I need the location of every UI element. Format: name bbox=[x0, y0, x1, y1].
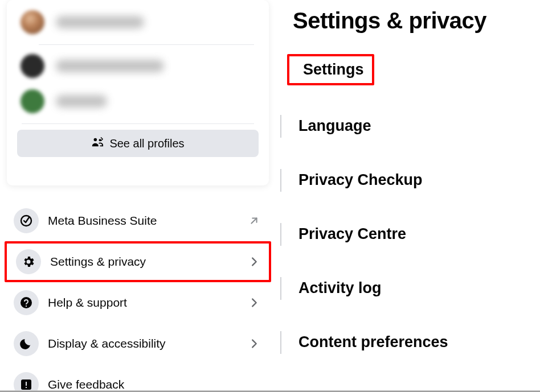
setting-item-language[interactable]: Language bbox=[285, 113, 379, 139]
chevron-right-icon bbox=[246, 254, 262, 270]
setting-item-privacy-checkup[interactable]: Privacy Checkup bbox=[285, 167, 431, 193]
svg-point-0 bbox=[94, 138, 97, 141]
setting-item-activity-log[interactable]: Activity log bbox=[285, 275, 390, 302]
profiles-icon bbox=[91, 136, 109, 151]
see-all-profiles-button[interactable]: See all profiles bbox=[17, 130, 259, 157]
divider-mark bbox=[280, 331, 281, 354]
divider-mark bbox=[280, 223, 281, 246]
divider-mark bbox=[280, 169, 281, 192]
page-title: Settings & privacy bbox=[293, 8, 540, 34]
avatar bbox=[21, 89, 44, 113]
setting-item-privacy-centre[interactable]: Privacy Centre bbox=[285, 221, 414, 247]
feedback-icon bbox=[14, 372, 39, 392]
avatar bbox=[21, 54, 44, 78]
menu-label: Settings & privacy bbox=[50, 255, 246, 269]
setting-label: Content preferences bbox=[298, 333, 448, 350]
setting-label: Privacy Checkup bbox=[298, 171, 423, 188]
divider-mark bbox=[280, 277, 281, 300]
setting-label: Privacy Centre bbox=[298, 225, 406, 242]
setting-item-settings[interactable]: Settings bbox=[287, 54, 374, 85]
meta-business-icon bbox=[14, 208, 39, 233]
menu-label: Help & support bbox=[48, 296, 246, 310]
profile-row-primary[interactable] bbox=[7, 5, 269, 40]
menu-item-help-support[interactable]: Help & support bbox=[7, 286, 269, 320]
menu-label: Meta Business Suite bbox=[48, 214, 246, 228]
setting-label: Settings bbox=[303, 61, 364, 78]
menu-item-settings-privacy[interactable]: Settings & privacy bbox=[5, 241, 271, 282]
menu-label: Display & accessibility bbox=[48, 337, 246, 350]
gear-icon bbox=[16, 249, 41, 274]
profile-name-redacted bbox=[56, 16, 144, 28]
left-pane: See all profiles Meta Business Suite Set… bbox=[0, 0, 273, 392]
profile-name-redacted bbox=[56, 60, 164, 72]
setting-item-content-preferences[interactable]: Content preferences bbox=[285, 329, 456, 356]
svg-rect-5 bbox=[26, 382, 27, 386]
right-pane: Settings & privacy Settings Language Pri… bbox=[285, 0, 540, 392]
menu-item-display-accessibility[interactable]: Display & accessibility bbox=[7, 327, 269, 361]
chevron-right-icon bbox=[246, 336, 262, 352]
menu-item-meta-business[interactable]: Meta Business Suite bbox=[7, 204, 269, 238]
external-link-icon bbox=[246, 213, 262, 229]
setting-label: Language bbox=[298, 117, 371, 134]
chevron-right-icon bbox=[246, 295, 262, 311]
profile-row-alt-1[interactable] bbox=[7, 48, 269, 84]
avatar bbox=[21, 10, 44, 34]
profile-name-redacted bbox=[56, 95, 107, 108]
profile-row-alt-2[interactable] bbox=[7, 84, 269, 119]
divider bbox=[22, 123, 254, 124]
profile-card: See all profiles bbox=[7, 0, 269, 185]
divider-mark bbox=[280, 115, 281, 138]
moon-icon bbox=[14, 331, 39, 356]
setting-label: Activity log bbox=[298, 279, 382, 296]
menu-item-give-feedback[interactable]: Give feedback bbox=[7, 368, 269, 392]
divider bbox=[39, 44, 254, 45]
menu-label: Give feedback bbox=[48, 378, 262, 391]
help-icon bbox=[14, 290, 39, 315]
svg-rect-6 bbox=[26, 387, 27, 388]
see-all-profiles-label: See all profiles bbox=[109, 137, 184, 150]
